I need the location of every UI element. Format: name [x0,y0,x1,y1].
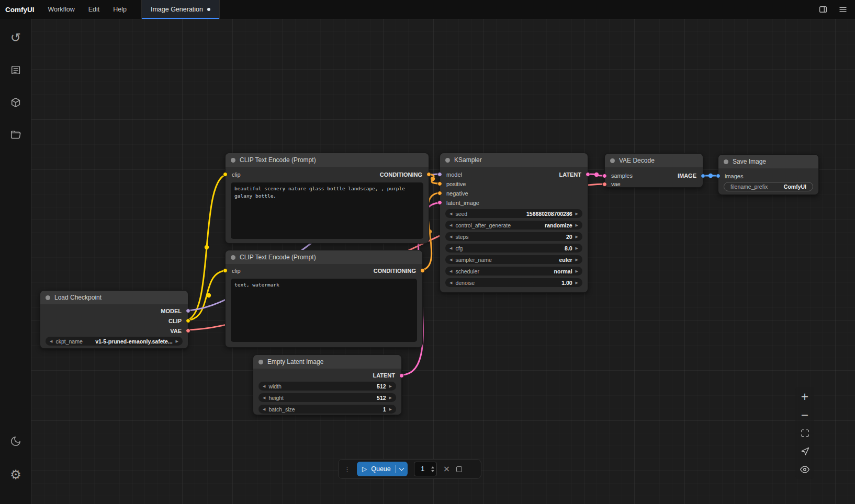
queue-list-icon[interactable] [4,59,27,82]
next-value-icon[interactable] [576,223,578,227]
decrement-icon[interactable] [449,246,452,250]
conditioning-output-port[interactable] [426,172,431,177]
increment-icon[interactable] [389,407,392,411]
settings-gear-icon[interactable]: ⚙ [4,463,27,486]
scheduler-widget[interactable]: scheduler normal [445,267,582,276]
node-header[interactable]: Save Image [718,155,818,168]
decrement-icon[interactable] [263,407,265,411]
denoise-widget[interactable]: denoise 1.00 [445,278,582,287]
clip-output-port[interactable] [186,318,190,323]
samples-input-port[interactable] [602,174,607,178]
height-widget[interactable]: height 512 [258,393,396,402]
node-header[interactable]: Load Checkpoint [40,291,188,304]
menu-help[interactable]: Help [113,6,127,13]
clip-input-port[interactable] [223,172,228,177]
collapse-dot-icon[interactable] [46,295,50,300]
width-widget[interactable]: width 512 [258,382,396,391]
node-load-checkpoint[interactable]: Load Checkpoint MODEL CLIP VAE ckpt_name… [40,290,188,349]
batch-count-input[interactable]: 1 [414,462,437,476]
vae-output-port[interactable] [186,328,190,333]
collapse-dot-icon[interactable] [231,158,235,163]
negative-input-port[interactable] [437,191,442,196]
node-header[interactable]: Empty Latent Image [253,355,401,369]
image-output-port[interactable] [701,174,705,178]
collapse-dot-icon[interactable] [231,255,235,260]
prev-value-icon[interactable] [449,269,452,273]
positive-prompt-textarea[interactable]: beautiful scenery nature glass bottle la… [231,182,423,239]
conditioning-output-port[interactable] [420,268,425,273]
node-header[interactable]: VAE Decode [605,154,703,167]
node-header[interactable]: KSampler [440,153,588,167]
latent-image-input-port[interactable] [437,200,442,205]
tab-image-generation[interactable]: Image Generation [141,0,220,19]
increment-icon[interactable] [576,281,578,285]
increment-icon[interactable] [576,235,578,239]
seed-widget[interactable]: seed 156680208700286 [445,209,582,218]
decrement-icon[interactable] [263,396,265,400]
select-mode-button[interactable] [796,443,813,460]
increment-icon[interactable] [576,246,578,250]
increment-icon[interactable] [431,466,434,468]
next-value-icon[interactable] [576,258,578,262]
latent-output-port[interactable] [399,373,404,378]
ckpt-name-widget[interactable]: ckpt_name v1-5-pruned-emaonly.safete... [46,337,183,346]
node-header[interactable]: CLIP Text Encode (Prompt) [226,250,422,264]
cfg-widget[interactable]: cfg 8.0 [445,244,582,253]
increment-icon[interactable] [389,384,392,388]
images-input-port[interactable] [716,174,721,178]
drag-handle-icon[interactable]: ⋮ [344,466,351,473]
clear-queue-icon[interactable]: × [443,465,450,473]
node-empty-latent-image[interactable]: Empty Latent Image LATENT width 512 heig… [253,354,402,415]
fit-view-button[interactable] [796,425,813,441]
history-icon[interactable]: ↺ [4,26,27,49]
decrement-icon[interactable] [431,470,434,472]
model-input-port[interactable] [437,172,442,177]
collapse-dot-icon[interactable] [610,158,615,163]
zoom-in-button[interactable]: + [796,388,813,405]
toggle-panel-icon[interactable] [817,4,829,15]
latent-output-port[interactable] [586,172,590,177]
menu-workflow[interactable]: Workflow [48,6,75,13]
workflows-folder-icon[interactable] [4,123,27,146]
negative-prompt-textarea[interactable]: text, watermark [231,279,417,342]
node-header[interactable]: CLIP Text Encode (Prompt) [226,153,429,167]
control-after-generate-widget[interactable]: control_after_generate randomize [445,221,582,230]
collapse-dot-icon[interactable] [258,360,263,364]
decrement-icon[interactable] [449,235,452,239]
node-clip-text-encode-positive[interactable]: CLIP Text Encode (Prompt) clip CONDITION… [225,153,429,244]
decrement-icon[interactable] [449,281,452,285]
hamburger-menu-icon[interactable] [837,4,849,15]
prev-value-icon[interactable] [449,258,452,262]
node-graph-canvas[interactable]: CLIP Text Encode (Prompt) clip CONDITION… [31,19,855,504]
clip-input-port[interactable] [223,268,228,273]
toggle-link-visibility-button[interactable] [796,461,813,478]
menu-edit[interactable]: Edit [88,6,100,13]
theme-moon-icon[interactable] [4,430,27,453]
node-save-image[interactable]: Save Image images filename_prefix ComfyU… [718,154,819,195]
positive-input-port[interactable] [437,181,442,186]
node-vae-decode[interactable]: VAE Decode samples IMAGE vae [604,153,703,188]
decrement-icon[interactable] [449,212,452,216]
collapse-dot-icon[interactable] [445,158,450,163]
count-steppers[interactable] [431,466,434,472]
next-value-icon[interactable] [576,269,578,273]
queue-button[interactable]: ▷ Queue [357,462,408,476]
collapse-dot-icon[interactable] [724,159,728,164]
prev-value-icon[interactable] [50,339,52,343]
model-output-port[interactable] [186,308,190,313]
next-value-icon[interactable] [176,339,178,343]
batch-size-widget[interactable]: batch_size 1 [258,405,396,414]
steps-widget[interactable]: steps 20 [445,232,582,241]
node-clip-text-encode-negative[interactable]: CLIP Text Encode (Prompt) clip CONDITION… [225,250,423,348]
node-ksampler[interactable]: KSampler model LATENT positive negative … [440,153,588,293]
sampler-name-widget[interactable]: sampler_name euler [445,255,582,264]
chevron-down-icon[interactable] [399,465,404,471]
zoom-out-button[interactable]: − [796,406,813,423]
vae-input-port[interactable] [602,182,607,187]
increment-icon[interactable] [576,212,578,216]
decrement-icon[interactable] [263,384,265,388]
stop-icon[interactable] [456,466,462,472]
prev-value-icon[interactable] [449,223,452,227]
model-library-icon[interactable] [4,91,27,114]
increment-icon[interactable] [389,396,392,400]
